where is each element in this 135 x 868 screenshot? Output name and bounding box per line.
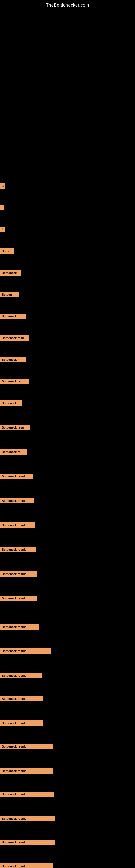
bar-label: Bottleneck result bbox=[0, 863, 53, 868]
bar-item: Bottleneck result bbox=[0, 522, 35, 528]
bar-item: Bottleneck r bbox=[0, 357, 26, 362]
bar-label: Bottleneck r bbox=[0, 357, 26, 362]
bar-label: Bottleneck resu bbox=[0, 335, 29, 341]
bar-item: Bottleneck re bbox=[0, 379, 29, 384]
bar-item: B bbox=[0, 183, 5, 188]
bar-label: B bbox=[0, 183, 5, 188]
bar-label: Bottleneck result bbox=[0, 792, 54, 797]
bar-label: | bbox=[0, 205, 4, 210]
bar-item: Bottleneck result bbox=[0, 498, 34, 503]
bar-item: Bottleneck result bbox=[0, 768, 53, 774]
bar-label: Bottleneck result bbox=[0, 673, 42, 678]
bar-label: Bottleneck result bbox=[0, 474, 33, 479]
bar-label: Bottleneck resu bbox=[0, 425, 30, 430]
bar-item: Bottleneck result bbox=[0, 839, 55, 845]
bar-item: Bottleneck result bbox=[0, 571, 37, 577]
bar-item: Bottle bbox=[0, 248, 14, 254]
bar-item: Bottleneck result bbox=[0, 696, 43, 702]
bar-label: Bottleneck bbox=[0, 270, 21, 276]
bar-item: Bottleneck result bbox=[0, 744, 53, 749]
bar-label: Bottleneck result bbox=[0, 744, 53, 749]
bar-item: | bbox=[0, 205, 4, 210]
bar-label: Bottleneck result bbox=[0, 624, 39, 629]
bar-label: Bottleneck result bbox=[0, 816, 55, 822]
bar-item: Bottleneck r bbox=[0, 314, 26, 319]
bar-label: Bottle bbox=[0, 248, 14, 254]
bar-item: Bottleneck bbox=[0, 270, 21, 276]
bar-item: Bottleneck result bbox=[0, 624, 39, 629]
bar-item: Bottleneck result bbox=[0, 863, 53, 868]
bar-label: Bottleneck result bbox=[0, 648, 51, 654]
bar-label: Bottleneck result bbox=[0, 498, 34, 503]
bar-label: Bottleneck result bbox=[0, 768, 53, 774]
bar-item: E bbox=[0, 227, 5, 232]
bar-label: Bottlen bbox=[0, 292, 19, 297]
bar-item: Bottleneck result bbox=[0, 720, 43, 726]
bar-item: Bottleneck result bbox=[0, 673, 42, 678]
bar-item: Bottleneck result bbox=[0, 547, 36, 552]
bar-item: Bottleneck bbox=[0, 400, 22, 406]
bar-label: Bottleneck result bbox=[0, 571, 37, 577]
bar-item: Bottleneck result bbox=[0, 596, 37, 601]
bar-label: Bottleneck result bbox=[0, 547, 36, 552]
bar-item: Bottlen bbox=[0, 292, 19, 297]
bar-label: Bottleneck re bbox=[0, 379, 29, 384]
bar-label: Bottleneck r bbox=[0, 314, 26, 319]
bar-item: Bottleneck resu bbox=[0, 425, 30, 430]
site-title: TheBottlenecker.com bbox=[0, 0, 135, 10]
bar-label: Bottleneck re bbox=[0, 449, 27, 455]
bar-label: Bottleneck result bbox=[0, 839, 55, 845]
bar-item: Bottleneck resu bbox=[0, 335, 29, 341]
bar-item: Bottleneck result bbox=[0, 792, 54, 797]
bar-label: E bbox=[0, 227, 5, 232]
bar-item: Bottleneck result bbox=[0, 474, 33, 479]
bar-label: Bottleneck result bbox=[0, 522, 35, 528]
bar-label: Bottleneck result bbox=[0, 696, 43, 702]
bar-item: Bottleneck re bbox=[0, 449, 27, 455]
bar-item: Bottleneck result bbox=[0, 816, 55, 822]
bar-label: Bottleneck result bbox=[0, 720, 43, 726]
bar-label: Bottleneck result bbox=[0, 596, 37, 601]
bar-item: Bottleneck result bbox=[0, 648, 51, 654]
bar-label: Bottleneck bbox=[0, 400, 22, 406]
